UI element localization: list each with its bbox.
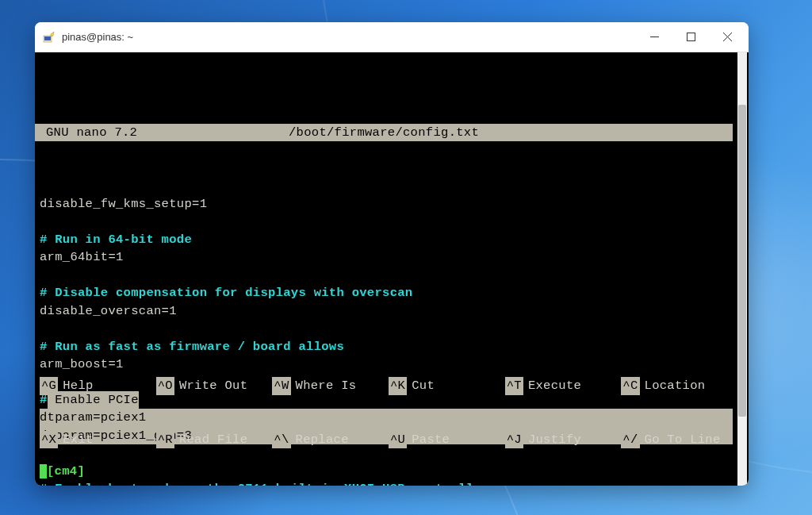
shortcut-execute[interactable]: ^TExecute: [505, 377, 622, 394]
scrollbar-thumb[interactable]: [738, 105, 746, 417]
comment-line: # Disable compensation for displays with…: [40, 286, 412, 300]
nano-filepath: /boot/firmware/config.txt: [289, 124, 479, 141]
scrollbar[interactable]: [737, 52, 747, 486]
shortcut-writeout[interactable]: ^OWrite Out: [156, 377, 273, 394]
shortcut-replace[interactable]: ^\Replace: [272, 431, 389, 448]
shortcut-justify[interactable]: ^JJustify: [505, 431, 622, 448]
svg-rect-1: [44, 37, 51, 40]
shortcut-help[interactable]: ^GHelp: [40, 377, 156, 394]
terminal-area[interactable]: GNU nano 7.2 /boot/firmware/config.txt d…: [35, 52, 749, 486]
comment-line: # Run in 64-bit mode: [40, 233, 192, 247]
minimize-button[interactable]: [636, 22, 672, 52]
close-button[interactable]: [709, 22, 745, 52]
shortcut-readfile[interactable]: ^RRead File: [156, 431, 273, 448]
config-line: disable_overscan=1: [40, 304, 177, 318]
config-line: disable_fw_kms_setup=1: [40, 197, 207, 211]
shortcut-cut[interactable]: ^KCut: [389, 377, 505, 394]
nano-shortcut-bar: ^GHelp ^OWrite Out ^WWhere Is ^KCut ^TEx…: [40, 341, 737, 484]
shortcut-paste[interactable]: ^UPaste: [389, 431, 505, 448]
shortcut-whereis[interactable]: ^WWhere Is: [272, 377, 389, 394]
nano-header: GNU nano 7.2 /boot/firmware/config.txt: [35, 124, 733, 141]
svg-rect-2: [687, 33, 695, 41]
shortcut-location[interactable]: ^CLocation: [621, 377, 737, 394]
shortcut-exit[interactable]: ^XExit: [40, 431, 156, 448]
putty-icon: [43, 31, 56, 44]
shortcut-gotoline[interactable]: ^/Go To Line: [621, 431, 737, 448]
nano-version: GNU nano 7.2: [43, 125, 137, 140]
maximize-button[interactable]: [672, 22, 709, 52]
titlebar[interactable]: pinas@pinas: ~: [35, 22, 749, 52]
terminal-window: pinas@pinas: ~ GNU nano 7.2 /boot/firmwa…: [35, 22, 749, 486]
config-line: arm_64bit=1: [40, 250, 124, 264]
window-title: pinas@pinas: ~: [62, 31, 636, 43]
